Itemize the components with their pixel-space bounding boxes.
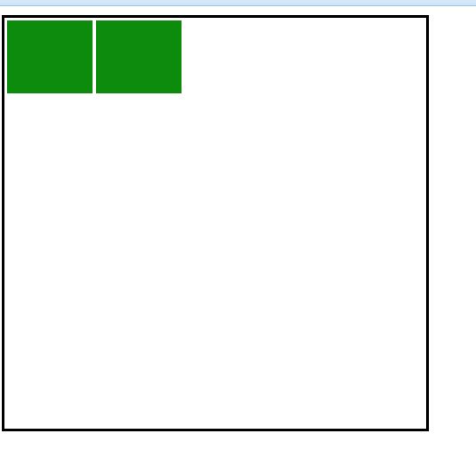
square-2[interactable]	[95, 20, 182, 94]
content-area	[0, 6, 476, 431]
window-toolbar-edge	[0, 0, 476, 6]
square-1[interactable]	[6, 20, 93, 94]
drawing-canvas[interactable]	[2, 15, 429, 431]
